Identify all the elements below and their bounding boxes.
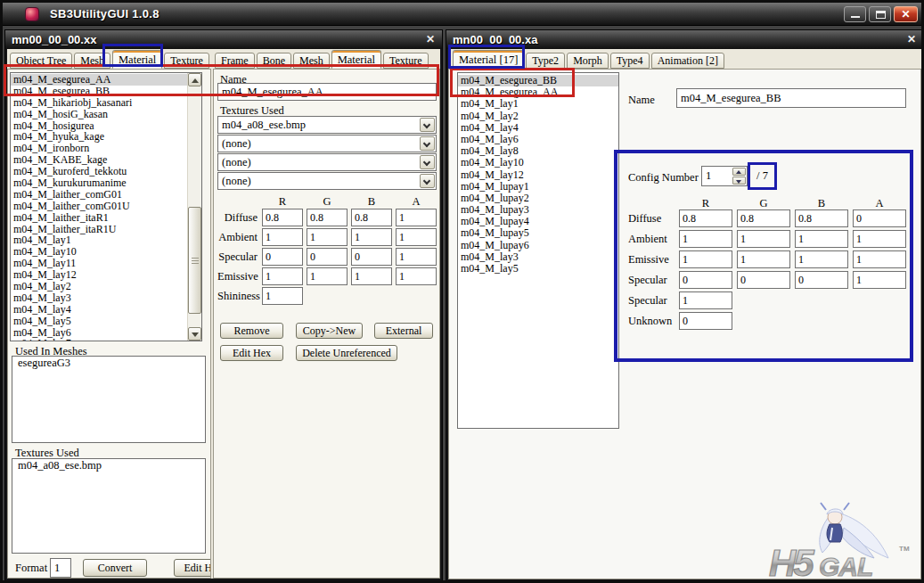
color-cell[interactable]: 0.8 (262, 209, 303, 226)
texture-combo[interactable]: (none) (217, 153, 437, 171)
list-item[interactable]: m04_a08_ese.bmp (12, 459, 205, 472)
tab[interactable]: Material (331, 50, 381, 69)
list-item[interactable]: m04_M_lupay1 (458, 181, 618, 193)
color-cell[interactable]: 1 (679, 292, 732, 309)
config-number-spinner[interactable]: 1 (701, 166, 748, 186)
tab[interactable]: Material [17] (453, 50, 524, 69)
color-cell[interactable]: 0 (679, 271, 732, 289)
material-name-input[interactable] (217, 83, 437, 101)
tab[interactable]: Animation [2] (651, 53, 724, 69)
list-item[interactable]: m04_M_hosiG_kasan (11, 109, 187, 120)
spin-down-button[interactable] (732, 177, 746, 185)
color-cell[interactable]: 0.8 (351, 209, 392, 226)
color-cell[interactable]: 1 (262, 267, 303, 285)
xa-material-name-input[interactable] (676, 88, 906, 108)
color-cell[interactable]: 0.8 (307, 209, 348, 226)
color-cell[interactable]: 1 (853, 250, 906, 268)
list-item[interactable]: m04_M_lay1 (458, 98, 618, 110)
list-item[interactable]: m04_M_lupay6 (458, 240, 618, 251)
list-item[interactable]: m04_M_kurukurumanime (11, 177, 187, 189)
color-cell[interactable]: 0 (262, 248, 303, 266)
minimize-button[interactable] (844, 6, 866, 22)
list-item[interactable]: m04_M_lay4 (458, 122, 618, 134)
combo-dropdown-button[interactable] (420, 136, 435, 151)
copy-new-button[interactable]: Copy->New (296, 323, 363, 339)
tab[interactable]: Type2 (526, 53, 565, 69)
list-item[interactable]: m04_M_lay2 (11, 281, 187, 292)
list-item[interactable]: m04_M_lay12 (458, 169, 618, 181)
color-cell[interactable]: 1 (853, 230, 906, 248)
list-item[interactable]: m04_M_laither_itaR1 (11, 212, 187, 224)
tab[interactable]: Texture (383, 53, 428, 69)
list-item[interactable]: m04_M_laither_comG01 (11, 189, 187, 201)
color-cell[interactable]: 0 (853, 209, 906, 227)
tab[interactable]: Morph (567, 53, 609, 69)
list-item[interactable]: m04_M_lay4 (11, 304, 187, 316)
color-cell[interactable]: 0 (351, 248, 392, 266)
window-xa-close-icon[interactable]: ✕ (907, 33, 916, 45)
window-xa-titlebar[interactable]: mn00_00_00.xa ✕ (446, 30, 923, 49)
list-item[interactable]: m04_M_lay7 (11, 338, 187, 341)
texture-combo[interactable]: m04_a08_ese.bmp (217, 116, 437, 134)
color-cell[interactable]: 1 (853, 271, 906, 289)
maximize-button[interactable] (869, 6, 891, 22)
tab[interactable]: Object Tree (10, 53, 72, 69)
external-button[interactable]: External (374, 323, 433, 339)
spin-up-button[interactable] (732, 168, 746, 176)
edit-hex-button-clipped[interactable]: Edit Hex (174, 559, 211, 577)
color-cell[interactable]: 1 (679, 250, 732, 268)
tab[interactable]: Material (112, 50, 162, 69)
color-cell[interactable]: 1 (737, 230, 790, 248)
color-cell[interactable]: 1 (737, 250, 790, 268)
color-cell[interactable]: 1 (795, 230, 848, 248)
remove-button[interactable]: Remove (220, 323, 283, 339)
color-cell[interactable]: 1 (795, 250, 848, 268)
close-button[interactable]: ✕ (894, 6, 918, 22)
window-xx-titlebar[interactable]: mn00_00_00.xx ✕ (5, 30, 442, 49)
list-item[interactable]: esegureaG3 (12, 357, 205, 370)
list-item[interactable]: m04_M_lay10 (458, 157, 618, 168)
list-item[interactable]: m04_M_hikariobj_kasanari (11, 97, 187, 109)
convert-button[interactable]: Convert (83, 559, 147, 577)
list-item[interactable]: m04_M_lay3 (11, 292, 187, 304)
color-cell[interactable]: 1 (351, 228, 392, 246)
color-cell[interactable]: 0 (795, 271, 848, 289)
list-item[interactable]: m04_M_lupay5 (458, 227, 618, 239)
scroll-thumb[interactable] (188, 207, 201, 314)
list-item[interactable]: m04_M_lay2 (458, 111, 618, 122)
list-item[interactable]: m04_M_esegurea_AA (11, 74, 187, 86)
window-xx-close-icon[interactable]: ✕ (426, 33, 435, 45)
color-cell[interactable]: 1 (396, 248, 437, 266)
list-item[interactable]: m04_M_esegurea_BB (11, 86, 187, 97)
tab[interactable]: Mesh (293, 53, 330, 69)
texture-combo[interactable]: (none) (217, 135, 437, 152)
tab[interactable]: Texture (164, 53, 209, 69)
color-cell[interactable]: 1 (307, 228, 348, 246)
color-cell[interactable]: 1 (262, 287, 303, 305)
delete-unreferenced-button[interactable]: Delete Unreferenced (296, 345, 397, 361)
color-cell[interactable]: 1 (396, 228, 437, 246)
color-cell[interactable]: 1 (396, 209, 437, 226)
edit-hex-button[interactable]: Edit Hex (220, 345, 283, 361)
tab[interactable]: Type4 (610, 53, 650, 69)
tab[interactable]: Mesh (74, 53, 110, 69)
color-cell[interactable]: 1 (679, 230, 732, 248)
list-item[interactable]: m04_M_laither_comG01U (11, 201, 187, 212)
texture-combo[interactable]: (none) (217, 172, 437, 190)
color-cell[interactable]: 1 (396, 267, 437, 285)
combo-dropdown-button[interactable] (420, 118, 435, 132)
color-cell[interactable]: 0.8 (737, 209, 790, 227)
color-cell[interactable]: 0.8 (679, 209, 732, 227)
color-cell[interactable]: 0 (679, 312, 732, 330)
format-input[interactable] (50, 558, 71, 578)
tab[interactable]: Bone (257, 53, 291, 69)
combo-dropdown-button[interactable] (420, 174, 435, 188)
combo-dropdown-button[interactable] (420, 155, 435, 169)
list-item[interactable]: m04_M_lay5 (458, 263, 618, 275)
color-cell[interactable]: 0 (737, 271, 790, 289)
color-cell[interactable]: 1 (351, 267, 392, 285)
list-item[interactable]: m04_M_lay5 (11, 316, 187, 327)
color-cell[interactable]: 1 (262, 228, 303, 246)
color-cell[interactable]: 1 (307, 267, 348, 285)
color-cell[interactable]: 0.8 (795, 209, 848, 227)
